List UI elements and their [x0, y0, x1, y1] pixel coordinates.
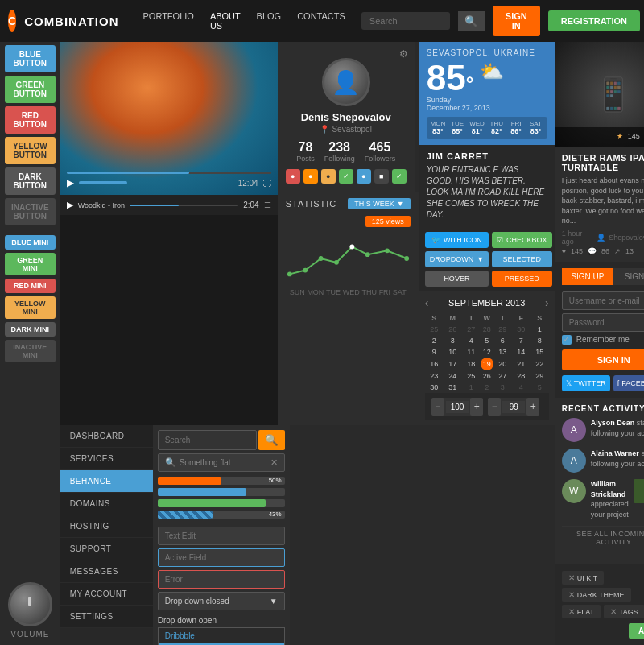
this-week-button[interactable]: THIS WEEK ▼	[348, 198, 410, 209]
tag-x-icon-3[interactable]: ✕	[568, 607, 575, 616]
text-edit-field[interactable]	[158, 527, 285, 545]
audio-play-button[interactable]: ▶	[67, 200, 73, 210]
tab-signin[interactable]: SIGN IN	[613, 268, 644, 285]
signin-button[interactable]: SIGN IN	[493, 6, 540, 36]
cal-day[interactable]: 23	[425, 370, 444, 382]
menu-settings[interactable]: SETTINGS	[60, 606, 153, 628]
green-button[interactable]: GREEN BUTTON	[5, 76, 56, 103]
calendar-next[interactable]: ›	[545, 296, 549, 309]
menu-support[interactable]: SUPPORT	[60, 538, 153, 560]
tag-x-icon[interactable]: ✕	[568, 573, 575, 582]
cal-day[interactable]: 10	[444, 346, 462, 358]
menu-messages[interactable]: MESSAGES	[60, 560, 153, 583]
cal-day[interactable]: 29	[493, 324, 512, 335]
settings-gear-icon[interactable]: ⚙	[399, 48, 408, 60]
cal-day[interactable]: 30	[512, 324, 530, 335]
username-input[interactable]	[562, 291, 644, 310]
audio-progress-bar[interactable]	[130, 205, 238, 206]
tag-x-icon-4[interactable]: ✕	[610, 607, 617, 616]
cal-day[interactable]: 5	[481, 335, 493, 346]
cal-day[interactable]: 1	[462, 382, 481, 393]
search-input[interactable]	[361, 12, 450, 30]
dark-mini-button[interactable]: DARK MINI	[5, 322, 56, 337]
active-field[interactable]	[158, 548, 285, 567]
search-icon-button[interactable]: 🔍	[258, 430, 285, 450]
yellow-button[interactable]: YELLOW BUTTON	[5, 137, 56, 164]
tag-flat[interactable]: ✕ FLAT	[562, 605, 601, 618]
cal-day[interactable]: 18	[462, 358, 481, 370]
error-field[interactable]	[158, 570, 285, 589]
counter-2-plus[interactable]: +	[526, 398, 539, 416]
cal-day[interactable]: 29	[530, 370, 549, 382]
calendar-prev[interactable]: ‹	[425, 296, 429, 309]
menu-services[interactable]: SERVICES	[60, 448, 153, 470]
cal-day[interactable]: 7	[512, 335, 530, 346]
menu-hostnig[interactable]: HOSTNIG	[60, 515, 153, 538]
profile-icon-4[interactable]: ✓	[339, 169, 353, 184]
menu-dashboard[interactable]: DASHBOARD	[60, 425, 153, 448]
cal-day[interactable]: 25	[462, 370, 481, 382]
play-button[interactable]: ▶	[67, 177, 74, 188]
search-field[interactable]	[158, 430, 257, 450]
twitter-signin-button[interactable]: 𝕏 TWITTER	[562, 375, 610, 391]
remember-checkbox[interactable]: ✓	[562, 335, 572, 345]
cal-day[interactable]: 2	[425, 335, 444, 346]
blue-button[interactable]: BLUE BUTTON	[5, 45, 56, 72]
cal-day[interactable]: 21	[512, 358, 530, 370]
cal-day[interactable]: 3	[444, 335, 462, 346]
tag-ui-kit[interactable]: ✕ UI KIT	[562, 571, 605, 585]
big-signin-button[interactable]: SIGN IN	[562, 349, 644, 370]
search-button[interactable]: 🔍	[458, 11, 485, 31]
flat-clear-icon[interactable]: ✕	[270, 457, 278, 468]
blue-mini-button[interactable]: BLUE MINI	[5, 235, 56, 250]
profile-icon-5[interactable]: ●	[357, 169, 371, 184]
cal-day[interactable]: 17	[444, 358, 462, 370]
dark-button[interactable]: DARK BUTTON	[5, 167, 56, 195]
cal-day[interactable]: 16	[425, 358, 444, 370]
dropdown-closed[interactable]: Drop down closed ▼	[158, 592, 285, 610]
cal-day[interactable]: 30	[425, 382, 444, 393]
cal-day[interactable]: 27	[493, 370, 512, 382]
volume-slider[interactable]	[79, 181, 127, 184]
cal-day[interactable]: 26	[444, 324, 462, 335]
green-mini-button[interactable]: GREEN MINI	[5, 253, 56, 275]
flat-search[interactable]: 🔍 Something flat ✕	[158, 453, 285, 472]
menu-behance[interactable]: BEHANCE	[60, 470, 153, 493]
fullscreen-button[interactable]: ⛶	[263, 179, 271, 188]
cal-day[interactable]: 13	[493, 346, 512, 358]
counter-1-plus[interactable]: +	[470, 398, 483, 416]
cal-day[interactable]: 27	[462, 324, 481, 335]
cal-day[interactable]: 28	[481, 324, 493, 335]
cal-day[interactable]: 22	[530, 358, 549, 370]
pressed-button[interactable]: PRESSED	[492, 271, 552, 287]
cal-day[interactable]: 11	[462, 346, 481, 358]
with-icon-button[interactable]: 🐦 WITH ICON	[425, 232, 489, 248]
counter-2-minus[interactable]: −	[488, 398, 501, 416]
cal-day[interactable]: 20	[493, 358, 512, 370]
cal-day[interactable]: 14	[512, 346, 530, 358]
cal-day[interactable]: 4	[512, 382, 530, 393]
menu-domains[interactable]: DOMAINS	[60, 493, 153, 515]
profile-icon-3[interactable]: ●	[321, 169, 336, 184]
volume-knob[interactable]	[8, 582, 52, 626]
cal-day[interactable]: 26	[481, 370, 493, 382]
selected-button[interactable]: SELECTED	[492, 251, 552, 267]
cal-day-today[interactable]: 19	[481, 358, 493, 370]
checkbox-button[interactable]: ☑ CHECKBOX	[492, 232, 552, 248]
profile-icon-1[interactable]: ●	[286, 169, 300, 184]
nav-blog[interactable]: BLOG	[257, 11, 282, 31]
red-button[interactable]: RED BUTTON	[5, 106, 56, 134]
dropdown-state-button[interactable]: DROPDOWN ▼	[425, 251, 489, 267]
nav-portfolio[interactable]: PORTFOLIO	[143, 11, 194, 31]
see-all-button[interactable]: SEE ALL INCOMING ACTIVITY	[562, 526, 644, 549]
cal-day[interactable]: 28	[512, 370, 530, 382]
red-mini-button[interactable]: RED MINI	[5, 279, 56, 293]
menu-myaccount[interactable]: MY ACCOUNT	[60, 583, 153, 606]
add-tag-button[interactable]: ADD	[629, 623, 644, 639]
cal-day[interactable]: 4	[462, 335, 481, 346]
cal-day[interactable]: 5	[530, 382, 549, 393]
cal-day[interactable]: 12	[481, 346, 493, 358]
cal-day[interactable]: 25	[425, 324, 444, 335]
cal-day[interactable]: 1	[530, 324, 549, 335]
nav-about[interactable]: ABOUT US	[210, 11, 241, 31]
